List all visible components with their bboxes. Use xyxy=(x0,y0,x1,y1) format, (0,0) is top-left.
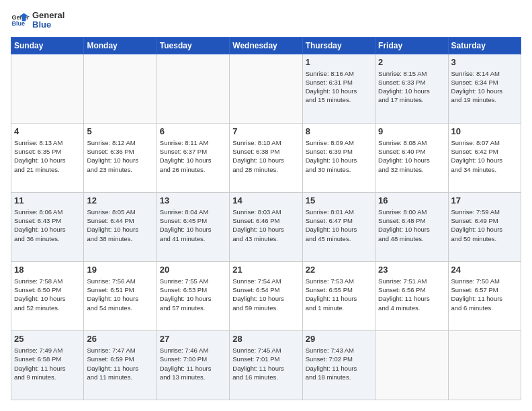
day-info: Sunrise: 7:46 AM Sunset: 7:00 PM Dayligh… xyxy=(160,346,226,381)
day-number: 10 xyxy=(451,126,518,136)
calendar-cell: 13Sunrise: 8:04 AM Sunset: 6:45 PM Dayli… xyxy=(157,192,229,261)
calendar-cell: 6Sunrise: 8:11 AM Sunset: 6:37 PM Daylig… xyxy=(157,123,229,192)
day-number: 3 xyxy=(451,57,518,67)
day-number: 24 xyxy=(451,265,518,275)
day-number: 28 xyxy=(232,334,299,344)
page: General Blue General Blue SundayMondayTu… xyxy=(0,0,532,411)
day-number: 6 xyxy=(160,126,226,136)
calendar-cell: 25Sunrise: 7:49 AM Sunset: 6:58 PM Dayli… xyxy=(11,330,84,400)
calendar-cell: 8Sunrise: 8:09 AM Sunset: 6:39 PM Daylig… xyxy=(302,123,375,192)
day-number: 20 xyxy=(160,265,226,275)
calendar-cell: 23Sunrise: 7:51 AM Sunset: 6:56 PM Dayli… xyxy=(375,261,448,330)
day-info: Sunrise: 7:56 AM Sunset: 6:51 PM Dayligh… xyxy=(87,277,153,312)
day-info: Sunrise: 8:00 AM Sunset: 6:48 PM Dayligh… xyxy=(378,208,445,243)
day-number: 12 xyxy=(87,195,153,205)
day-info: Sunrise: 7:51 AM Sunset: 6:56 PM Dayligh… xyxy=(378,277,445,312)
calendar-header-row: SundayMondayTuesdayWednesdayThursdayFrid… xyxy=(11,37,521,54)
day-info: Sunrise: 7:49 AM Sunset: 6:58 PM Dayligh… xyxy=(14,346,81,381)
calendar-cell: 3Sunrise: 8:14 AM Sunset: 6:34 PM Daylig… xyxy=(448,54,521,123)
day-number: 26 xyxy=(87,334,153,344)
day-number: 9 xyxy=(378,126,445,136)
calendar-cell: 9Sunrise: 8:08 AM Sunset: 6:40 PM Daylig… xyxy=(375,123,448,192)
day-info: Sunrise: 8:15 AM Sunset: 6:33 PM Dayligh… xyxy=(378,69,445,105)
day-info: Sunrise: 8:10 AM Sunset: 6:38 PM Dayligh… xyxy=(232,138,299,174)
day-info: Sunrise: 8:03 AM Sunset: 6:46 PM Dayligh… xyxy=(232,208,299,243)
day-number: 8 xyxy=(306,126,372,136)
day-number: 21 xyxy=(232,265,299,275)
day-number: 16 xyxy=(378,195,445,205)
day-info: Sunrise: 7:47 AM Sunset: 6:59 PM Dayligh… xyxy=(87,346,153,381)
day-info: Sunrise: 8:04 AM Sunset: 6:45 PM Dayligh… xyxy=(160,208,226,243)
logo-icon: General Blue xyxy=(11,11,30,30)
day-number: 14 xyxy=(232,195,299,205)
day-number: 18 xyxy=(14,265,81,275)
svg-text:Blue: Blue xyxy=(11,21,25,28)
day-info: Sunrise: 8:14 AM Sunset: 6:34 PM Dayligh… xyxy=(451,69,518,105)
header: General Blue General Blue xyxy=(11,11,521,30)
col-header-sunday: Sunday xyxy=(11,37,84,54)
calendar-cell: 22Sunrise: 7:53 AM Sunset: 6:55 PM Dayli… xyxy=(302,261,375,330)
day-info: Sunrise: 8:11 AM Sunset: 6:37 PM Dayligh… xyxy=(160,138,226,174)
day-number: 13 xyxy=(160,195,226,205)
calendar-cell: 14Sunrise: 8:03 AM Sunset: 6:46 PM Dayli… xyxy=(230,192,302,261)
calendar-cell: 18Sunrise: 7:58 AM Sunset: 6:50 PM Dayli… xyxy=(11,261,84,330)
day-info: Sunrise: 8:05 AM Sunset: 6:44 PM Dayligh… xyxy=(87,208,153,243)
day-info: Sunrise: 7:43 AM Sunset: 7:02 PM Dayligh… xyxy=(306,346,372,381)
day-info: Sunrise: 8:06 AM Sunset: 6:43 PM Dayligh… xyxy=(14,208,81,243)
col-header-monday: Monday xyxy=(84,37,157,54)
col-header-saturday: Saturday xyxy=(448,37,521,54)
calendar-cell: 17Sunrise: 7:59 AM Sunset: 6:49 PM Dayli… xyxy=(448,192,521,261)
day-info: Sunrise: 8:09 AM Sunset: 6:39 PM Dayligh… xyxy=(306,138,372,174)
calendar-week-row: 25Sunrise: 7:49 AM Sunset: 6:58 PM Dayli… xyxy=(11,330,521,400)
day-number: 4 xyxy=(14,126,81,136)
calendar-cell xyxy=(448,330,521,400)
day-info: Sunrise: 7:50 AM Sunset: 6:57 PM Dayligh… xyxy=(451,277,518,312)
day-info: Sunrise: 7:59 AM Sunset: 6:49 PM Dayligh… xyxy=(451,208,518,243)
day-number: 15 xyxy=(306,195,372,205)
calendar-cell: 15Sunrise: 8:01 AM Sunset: 6:47 PM Dayli… xyxy=(302,192,375,261)
svg-text:General: General xyxy=(11,14,30,21)
calendar-cell xyxy=(84,54,157,123)
calendar-cell: 20Sunrise: 7:55 AM Sunset: 6:53 PM Dayli… xyxy=(157,261,229,330)
day-number: 22 xyxy=(306,265,372,275)
day-number: 7 xyxy=(232,126,299,136)
day-number: 1 xyxy=(306,57,372,67)
calendar-week-row: 11Sunrise: 8:06 AM Sunset: 6:43 PM Dayli… xyxy=(11,192,521,261)
calendar-week-row: 18Sunrise: 7:58 AM Sunset: 6:50 PM Dayli… xyxy=(11,261,521,330)
day-number: 19 xyxy=(87,265,153,275)
calendar-cell: 4Sunrise: 8:13 AM Sunset: 6:35 PM Daylig… xyxy=(11,123,84,192)
calendar-cell: 12Sunrise: 8:05 AM Sunset: 6:44 PM Dayli… xyxy=(84,192,157,261)
col-header-friday: Friday xyxy=(375,37,448,54)
calendar-cell: 7Sunrise: 8:10 AM Sunset: 6:38 PM Daylig… xyxy=(230,123,302,192)
calendar-cell: 19Sunrise: 7:56 AM Sunset: 6:51 PM Dayli… xyxy=(84,261,157,330)
day-number: 23 xyxy=(378,265,445,275)
day-info: Sunrise: 7:45 AM Sunset: 7:01 PM Dayligh… xyxy=(232,346,299,381)
calendar-cell: 26Sunrise: 7:47 AM Sunset: 6:59 PM Dayli… xyxy=(84,330,157,400)
calendar-cell: 28Sunrise: 7:45 AM Sunset: 7:01 PM Dayli… xyxy=(230,330,302,400)
calendar-cell xyxy=(11,54,84,123)
logo: General Blue General Blue xyxy=(11,11,64,30)
calendar-cell: 24Sunrise: 7:50 AM Sunset: 6:57 PM Dayli… xyxy=(448,261,521,330)
calendar-cell: 10Sunrise: 8:07 AM Sunset: 6:42 PM Dayli… xyxy=(448,123,521,192)
calendar-cell: 2Sunrise: 8:15 AM Sunset: 6:33 PM Daylig… xyxy=(375,54,448,123)
day-number: 25 xyxy=(14,334,81,344)
calendar-cell: 29Sunrise: 7:43 AM Sunset: 7:02 PM Dayli… xyxy=(302,330,375,400)
calendar-cell xyxy=(230,54,302,123)
col-header-wednesday: Wednesday xyxy=(230,37,302,54)
day-number: 17 xyxy=(451,195,518,205)
day-number: 11 xyxy=(14,195,81,205)
col-header-thursday: Thursday xyxy=(302,37,375,54)
calendar-cell: 1Sunrise: 8:16 AM Sunset: 6:31 PM Daylig… xyxy=(302,54,375,123)
calendar-cell xyxy=(157,54,229,123)
day-info: Sunrise: 7:54 AM Sunset: 6:54 PM Dayligh… xyxy=(232,277,299,312)
day-info: Sunrise: 8:08 AM Sunset: 6:40 PM Dayligh… xyxy=(378,138,445,174)
day-info: Sunrise: 8:07 AM Sunset: 6:42 PM Dayligh… xyxy=(451,138,518,174)
calendar-week-row: 1Sunrise: 8:16 AM Sunset: 6:31 PM Daylig… xyxy=(11,54,521,123)
day-number: 27 xyxy=(160,334,226,344)
calendar-table: SundayMondayTuesdayWednesdayThursdayFrid… xyxy=(11,37,521,400)
day-info: Sunrise: 8:12 AM Sunset: 6:36 PM Dayligh… xyxy=(87,138,153,174)
day-number: 5 xyxy=(87,126,153,136)
col-header-tuesday: Tuesday xyxy=(157,37,229,54)
day-info: Sunrise: 8:13 AM Sunset: 6:35 PM Dayligh… xyxy=(14,138,81,174)
calendar-week-row: 4Sunrise: 8:13 AM Sunset: 6:35 PM Daylig… xyxy=(11,123,521,192)
